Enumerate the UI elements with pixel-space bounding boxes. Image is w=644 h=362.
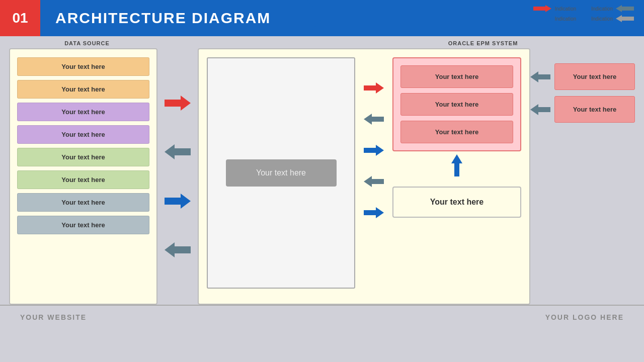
mid-arrows xyxy=(361,57,386,243)
mid-arrow-gray-left-1 xyxy=(364,114,384,125)
ext-box-1: Your text here xyxy=(554,63,635,90)
mid-arrow-blue-right xyxy=(364,145,384,156)
ds-box-1: Your text here xyxy=(17,57,149,76)
legend: Indication Indication Indication Indicat… xyxy=(533,5,634,22)
pink-box-1: Your text here xyxy=(400,65,513,88)
legend-item-red-right: Indication xyxy=(533,5,576,12)
oracle-inner-box: Your text here xyxy=(207,57,355,289)
ds-box-8: Your text here xyxy=(17,216,149,234)
footer: YOUR WEBSITE YOUR LOGO HERE xyxy=(0,305,644,329)
arrow-red-right-1 xyxy=(165,96,191,111)
oracle-panel: Your text here Your text here Your text … xyxy=(198,48,530,305)
pink-box-2: Your text here xyxy=(400,93,513,116)
mid-arrow-blue-right-2 xyxy=(364,207,384,218)
mid-arrow-gray-left-2 xyxy=(364,176,384,187)
legend-item-blue-right: Indication xyxy=(533,15,576,22)
ds-box-2: Your text here xyxy=(17,80,149,99)
far-right-row-1: Your text here xyxy=(530,63,635,90)
oracle-label: ORACLE EPM SYSTEM xyxy=(331,40,635,46)
legend-row-1: Indication Indication xyxy=(533,5,634,12)
diagram-area: Your text here Your text here Your text … xyxy=(9,48,635,305)
ds-box-7: Your text here xyxy=(17,193,149,212)
arrow-up-blue xyxy=(451,154,462,176)
legend-arrow-gray-left-1 xyxy=(616,5,634,12)
legend-label-gray-left-2: Indication xyxy=(591,16,613,22)
far-arrow-left-2 xyxy=(530,104,550,115)
legend-item-gray-left-1: Indication xyxy=(591,5,634,12)
legend-arrow-red-right xyxy=(533,5,551,12)
far-arrow-left-1 xyxy=(530,71,550,82)
ds-box-3: Your text here xyxy=(17,103,149,121)
left-arrows xyxy=(157,48,198,305)
legend-label-blue-right: Indication xyxy=(554,16,576,22)
legend-item-gray-left-2: Indication xyxy=(591,15,634,22)
slide-title: ARCHITECTURE DIAGRAM xyxy=(40,0,322,36)
far-right-col: Your text here Your text here xyxy=(530,48,635,123)
oracle-right-panel: Your text here Your text here Your text … xyxy=(392,57,521,218)
legend-arrow-gray-left-2 xyxy=(616,15,634,22)
ds-box-5: Your text here xyxy=(17,148,149,166)
legend-label-red-right: Indication xyxy=(554,6,576,12)
footer-website: YOUR WEBSITE xyxy=(20,313,87,321)
ds-box-6: Your text here xyxy=(17,170,149,189)
slide-number: 01 xyxy=(0,0,40,36)
legend-label-gray-left-1: Indication xyxy=(591,6,613,12)
ds-box-4: Your text here xyxy=(17,125,149,144)
arrow-up-container xyxy=(392,151,521,179)
pink-box-3: Your text here xyxy=(400,121,513,143)
legend-row-2: Indication Indication xyxy=(533,15,634,22)
inner-text-box: Your text here xyxy=(226,159,337,187)
mid-arrow-red-right xyxy=(364,82,384,94)
far-right-row-2: Your text here xyxy=(530,96,635,123)
arrow-blue-right-1 xyxy=(165,194,191,209)
oracle-bottom-text: Your text here xyxy=(401,198,512,207)
legend-arrow-blue-right xyxy=(533,15,551,22)
arrow-gray-left-2 xyxy=(165,242,191,257)
header: 01 ARCHITECTURE DIAGRAM Indication Indic… xyxy=(0,0,644,36)
datasource-panel: Your text here Your text here Your text … xyxy=(9,48,157,305)
oracle-bottom-box: Your text here xyxy=(392,187,521,218)
oracle-pink-section: Your text here Your text here Your text … xyxy=(392,57,521,151)
arrow-gray-left-1 xyxy=(165,144,191,159)
footer-logo: YOUR LOGO HERE xyxy=(545,313,624,321)
section-labels: DATA SOURCE ORACLE EPM SYSTEM xyxy=(9,40,635,48)
ext-box-2: Your text here xyxy=(554,96,635,123)
datasource-label: DATA SOURCE xyxy=(9,40,165,46)
